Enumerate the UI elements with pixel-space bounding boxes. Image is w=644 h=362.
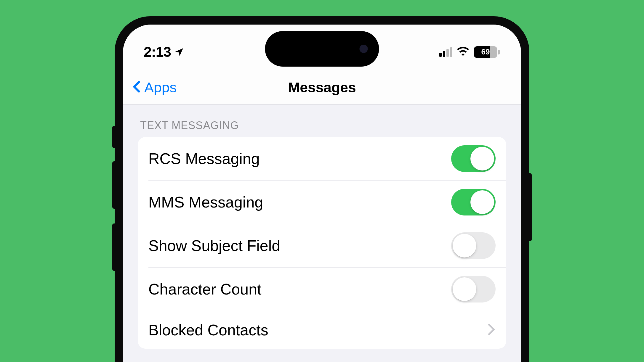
settings-row-character-count: Character Count bbox=[148, 267, 506, 311]
row-label: Blocked Contacts bbox=[148, 321, 268, 339]
settings-group: RCS MessagingMMS MessagingShow Subject F… bbox=[138, 137, 506, 349]
page-title: Messages bbox=[288, 79, 356, 96]
row-label: Character Count bbox=[148, 280, 262, 298]
cellular-signal-icon bbox=[439, 47, 452, 57]
section-header: TEXT MESSAGING bbox=[138, 104, 506, 137]
back-label: Apps bbox=[144, 79, 177, 96]
side-button bbox=[112, 223, 116, 271]
back-button[interactable]: Apps bbox=[132, 79, 177, 96]
status-right: 69 bbox=[439, 46, 500, 58]
dynamic-island bbox=[265, 31, 379, 67]
chevron-right-icon bbox=[487, 324, 496, 337]
location-arrow-icon bbox=[174, 47, 184, 57]
toggle-thumb bbox=[470, 190, 494, 214]
side-button bbox=[112, 126, 116, 148]
navigation-bar: Apps Messages bbox=[123, 70, 521, 104]
toggle-switch[interactable] bbox=[451, 276, 496, 303]
phone-frame: 2:13 bbox=[115, 16, 529, 362]
row-label: MMS Messaging bbox=[148, 193, 263, 211]
row-label: Show Subject Field bbox=[148, 237, 280, 255]
settings-row-blocked-contacts[interactable]: Blocked Contacts bbox=[148, 311, 506, 349]
toggle-thumb bbox=[453, 277, 476, 301]
settings-content: TEXT MESSAGING RCS MessagingMMS Messagin… bbox=[123, 104, 521, 349]
toggle-thumb bbox=[453, 234, 476, 258]
status-time: 2:13 bbox=[144, 44, 171, 60]
toggle-switch[interactable] bbox=[451, 232, 496, 259]
settings-row-rcs-messaging: RCS Messaging bbox=[138, 137, 506, 180]
chevron-left-icon bbox=[132, 81, 141, 94]
wifi-icon bbox=[457, 47, 469, 57]
row-label: RCS Messaging bbox=[148, 150, 260, 168]
toggle-switch[interactable] bbox=[451, 145, 496, 172]
toggle-switch[interactable] bbox=[451, 189, 496, 215]
settings-row-show-subject-field: Show Subject Field bbox=[148, 224, 506, 267]
side-button bbox=[528, 173, 532, 241]
battery-level: 69 bbox=[474, 46, 497, 58]
status-left: 2:13 bbox=[144, 44, 184, 60]
toggle-thumb bbox=[470, 147, 494, 170]
side-button bbox=[112, 161, 116, 209]
battery-indicator: 69 bbox=[474, 46, 500, 58]
phone-screen: 2:13 bbox=[123, 25, 521, 362]
settings-row-mms-messaging: MMS Messaging bbox=[148, 180, 506, 224]
